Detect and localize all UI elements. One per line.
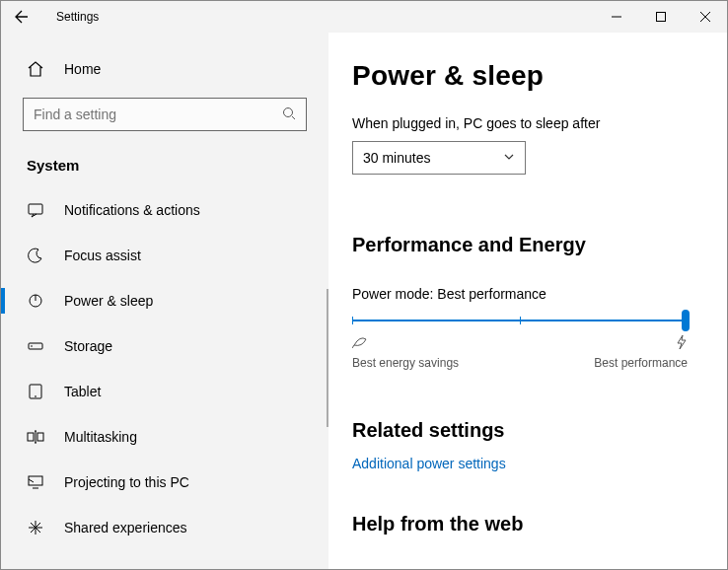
svg-rect-0 — [656, 13, 665, 22]
chevron-down-icon — [503, 150, 515, 166]
sidebar-home[interactable]: Home — [1, 50, 328, 88]
svg-point-5 — [31, 345, 33, 347]
sidebar-item-label: Tablet — [64, 384, 101, 399]
sleep-dropdown-value: 30 minutes — [363, 150, 430, 166]
lightning-icon — [676, 335, 688, 352]
sidebar-item-storage[interactable]: Storage — [1, 323, 328, 369]
power-mode-label: Power mode: Best performance — [352, 286, 697, 302]
back-arrow-icon — [14, 9, 30, 25]
sidebar-item-focus-assist[interactable]: Focus assist — [1, 233, 328, 278]
sidebar-item-label: Projecting to this PC — [64, 474, 189, 490]
svg-rect-4 — [29, 343, 42, 349]
sidebar-item-label: Notifications & actions — [64, 202, 200, 218]
minimize-button[interactable] — [594, 1, 638, 33]
moon-icon — [27, 247, 44, 264]
help-heading: Help from the web — [352, 513, 697, 535]
window-title: Settings — [42, 10, 99, 24]
close-icon — [700, 12, 710, 22]
slider-min-label: Best energy savings — [352, 356, 459, 370]
maximize-button[interactable] — [638, 1, 683, 33]
sidebar-item-label: Storage — [64, 338, 112, 354]
svg-rect-2 — [29, 204, 42, 214]
main-content: Power & sleep When plugged in, PC goes t… — [328, 33, 727, 569]
projecting-icon — [27, 473, 44, 491]
slider-labels: Best energy savings Best performance — [352, 335, 688, 370]
slider-thumb[interactable] — [682, 310, 690, 331]
sidebar-item-notifications[interactable]: Notifications & actions — [1, 187, 328, 233]
notifications-icon — [27, 201, 44, 219]
performance-heading: Performance and Energy — [352, 234, 697, 256]
sidebar-home-label: Home — [64, 61, 101, 77]
maximize-icon — [656, 12, 666, 22]
svg-rect-8 — [37, 433, 43, 441]
svg-point-1 — [284, 107, 293, 116]
multitasking-icon — [27, 428, 44, 446]
minimize-icon — [612, 12, 621, 22]
leaf-icon — [352, 335, 459, 352]
sidebar-category: System — [1, 149, 328, 187]
svg-rect-7 — [28, 433, 34, 441]
sidebar-item-tablet[interactable]: Tablet — [1, 369, 328, 414]
sidebar-item-label: Shared experiences — [64, 520, 187, 535]
sleep-label: When plugged in, PC goes to sleep after — [352, 115, 697, 131]
page-title: Power & sleep — [352, 60, 697, 92]
home-icon — [27, 60, 44, 78]
sidebar-item-shared-experiences[interactable]: Shared experiences — [1, 505, 328, 550]
slider-max-label: Best performance — [594, 356, 688, 370]
related-heading: Related settings — [352, 419, 697, 442]
tablet-icon — [27, 383, 44, 400]
sidebar-item-label: Focus assist — [64, 248, 141, 263]
sidebar: Home System Notifications & actions Focu… — [1, 33, 328, 569]
additional-power-settings-link[interactable]: Additional power settings — [352, 456, 697, 471]
power-icon — [27, 292, 44, 310]
sleep-dropdown[interactable]: 30 minutes — [352, 141, 526, 175]
search-input-wrap[interactable] — [23, 98, 307, 131]
close-button[interactable] — [683, 1, 727, 33]
power-mode-slider[interactable] — [352, 320, 688, 321]
search-icon — [282, 107, 296, 123]
sidebar-item-power-sleep[interactable]: Power & sleep — [1, 278, 328, 323]
storage-icon — [27, 337, 44, 355]
titlebar: Settings — [1, 1, 727, 33]
search-input[interactable] — [34, 107, 282, 122]
sidebar-item-label: Power & sleep — [64, 293, 153, 309]
back-button[interactable] — [1, 1, 42, 33]
sidebar-item-projecting[interactable]: Projecting to this PC — [1, 460, 328, 505]
shared-experiences-icon — [27, 519, 44, 536]
sidebar-item-multitasking[interactable]: Multitasking — [1, 414, 328, 460]
sidebar-item-label: Multitasking — [64, 429, 137, 445]
